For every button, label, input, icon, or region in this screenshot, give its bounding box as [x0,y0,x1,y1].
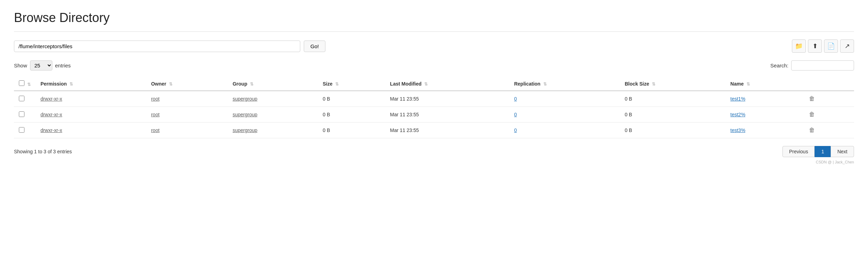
th-owner-label: Owner [151,81,167,87]
row-group: supergroup [228,123,318,138]
search-input[interactable] [791,60,854,71]
file-icon[interactable]: 📄 [824,39,838,53]
entries-label: entries [55,63,71,68]
th-replication-label: Replication [514,81,540,87]
table-row: drwxr-xr-x root supergroup 0 B Mar 11 23… [14,91,854,107]
row-checkbox[interactable] [19,111,24,117]
page-1-button[interactable]: 1 [815,146,831,157]
th-actions [802,77,854,91]
row-last-modified: Mar 11 23:55 [385,107,509,123]
path-input[interactable] [14,41,300,52]
th-size-label: Size [323,81,332,87]
th-owner[interactable]: Owner ⇅ [146,77,228,91]
group-link[interactable]: supergroup [233,96,257,102]
th-checkbox: ⇅ [14,77,36,91]
go-button[interactable]: Go! [304,41,325,52]
sort-icon-size: ⇅ [335,82,339,87]
th-permission[interactable]: Permission ⇅ [36,77,146,91]
row-checkbox[interactable] [19,127,24,133]
th-permission-label: Permission [41,81,67,87]
folder-icon[interactable]: 📁 [792,39,806,53]
replication-link[interactable]: 0 [514,112,517,117]
table-row: drwxr-xr-x root supergroup 0 B Mar 11 23… [14,107,854,123]
owner-link[interactable]: root [151,127,160,133]
showing-text: Showing 1 to 3 of 3 entries [14,149,72,154]
owner-link[interactable]: root [151,96,160,102]
entries-select[interactable]: 10 25 50 100 [30,60,52,71]
row-checkbox-cell [14,123,36,138]
group-link[interactable]: supergroup [233,127,257,133]
search-label: Search: [770,63,788,68]
table-body: drwxr-xr-x root supergroup 0 B Mar 11 23… [14,91,854,138]
row-replication: 0 [509,107,620,123]
show-entries: Show 10 25 50 100 entries [14,60,71,71]
th-name[interactable]: Name ⇅ [726,77,802,91]
group-link[interactable]: supergroup [233,112,257,117]
th-block-size[interactable]: Block Size ⇅ [620,77,726,91]
sort-icon-last-modified: ⇅ [424,82,428,87]
controls-bar: Show 10 25 50 100 entries Search: [14,60,854,71]
sort-icon-checkbox: ⇅ [27,82,31,87]
th-group-label: Group [233,81,247,87]
permission-link[interactable]: drwxr-xr-x [41,112,62,117]
icon-buttons: 📁 ⬆ 📄 ↗ [792,39,854,53]
th-size[interactable]: Size ⇅ [318,77,385,91]
row-block-size: 0 B [620,123,726,138]
row-owner: root [146,123,228,138]
replication-link[interactable]: 0 [514,96,517,102]
row-delete: 🗑 [802,107,854,123]
sort-icon-block-size: ⇅ [652,82,655,87]
name-link[interactable]: test2% [730,112,745,117]
sort-icon-replication: ⇅ [543,82,547,87]
show-label: Show [14,63,27,68]
sort-icon-name: ⇅ [746,82,750,87]
permission-link[interactable]: drwxr-xr-x [41,127,62,133]
name-link[interactable]: test3% [730,127,745,133]
permission-link[interactable]: drwxr-xr-x [41,96,62,102]
row-size: 0 B [318,91,385,107]
replication-link[interactable]: 0 [514,127,517,133]
row-permission: drwxr-xr-x [36,91,146,107]
upload-icon[interactable]: ⬆ [808,39,822,53]
row-size: 0 B [318,123,385,138]
th-last-modified[interactable]: Last Modified ⇅ [385,77,509,91]
th-group[interactable]: Group ⇅ [228,77,318,91]
next-button[interactable]: Next [831,146,854,157]
row-name: test2% [726,107,802,123]
name-link[interactable]: test1% [730,96,745,102]
table-header-row: ⇅ Permission ⇅ Owner ⇅ Group ⇅ Size ⇅ La… [14,77,854,91]
directory-table: ⇅ Permission ⇅ Owner ⇅ Group ⇅ Size ⇅ La… [14,77,854,138]
table-row: drwxr-xr-x root supergroup 0 B Mar 11 23… [14,123,854,138]
sort-icon-owner: ⇅ [169,82,172,87]
select-all-checkbox[interactable] [19,80,24,86]
sort-icon-group: ⇅ [250,82,253,87]
previous-button[interactable]: Previous [782,146,815,157]
row-last-modified: Mar 11 23:55 [385,91,509,107]
row-block-size: 0 B [620,91,726,107]
row-checkbox[interactable] [19,96,24,101]
delete-button[interactable]: 🗑 [807,110,817,119]
footer-bar: Showing 1 to 3 of 3 entries Previous 1 N… [14,146,854,157]
top-bar: Go! 📁 ⬆ 📄 ↗ [14,39,854,53]
share-icon[interactable]: ↗ [840,39,854,53]
delete-button[interactable]: 🗑 [807,126,817,134]
row-name: test3% [726,123,802,138]
owner-link[interactable]: root [151,112,160,117]
watermark: CSDN @ | Jack_Chen [14,160,854,164]
th-name-label: Name [730,81,744,87]
search-bar: Search: [770,60,854,71]
row-checkbox-cell [14,91,36,107]
sort-icon-permission: ⇅ [69,82,73,87]
row-checkbox-cell [14,107,36,123]
th-replication[interactable]: Replication ⇅ [509,77,620,91]
row-size: 0 B [318,107,385,123]
row-replication: 0 [509,123,620,138]
row-name: test1% [726,91,802,107]
row-delete: 🗑 [802,91,854,107]
row-owner: root [146,91,228,107]
th-last-modified-label: Last Modified [390,81,421,87]
delete-button[interactable]: 🗑 [807,95,817,103]
th-block-size-label: Block Size [625,81,649,87]
row-group: supergroup [228,91,318,107]
row-permission: drwxr-xr-x [36,123,146,138]
